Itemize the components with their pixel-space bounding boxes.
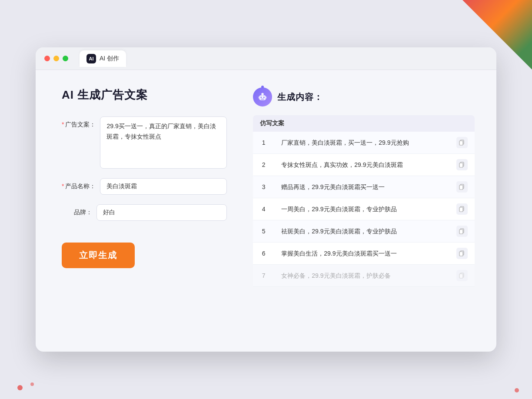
page-title: AI 生成广告文案: [62, 87, 227, 103]
copy-button[interactable]: [456, 248, 468, 259]
row-number: 2: [253, 154, 274, 176]
row-text: 专抹女性斑点，真实功效，29.9元美白淡斑霜: [274, 154, 449, 176]
table-row: 3 赠品再送，29.9元美白淡斑霜买一送一: [253, 176, 475, 198]
brand-row: 品牌：: [62, 204, 227, 221]
tab-icon-text: AI: [89, 56, 94, 61]
copy-icon-cell: [449, 176, 475, 198]
svg-point-3: [263, 97, 265, 98]
svg-rect-8: [459, 141, 463, 145]
copy-button[interactable]: [456, 203, 468, 215]
right-panel: 生成内容： 仿写文案 1 厂家直销，美白淡斑霜，买一送一，29.9元抢购: [253, 87, 475, 334]
copy-button[interactable]: [456, 226, 468, 237]
decorative-dot-1: [17, 385, 23, 390]
row-number: 1: [253, 132, 274, 154]
product-name-label: *产品名称：: [62, 178, 100, 190]
ad-copy-row: *广告文案： 29.9买一送一，真正的厂家直销，美白淡斑霜，专抹女性斑点: [62, 116, 227, 169]
decorative-dot-3: [515, 388, 519, 392]
copy-button[interactable]: [456, 137, 468, 148]
title-bar: AI AI 创作: [36, 47, 496, 70]
row-text: 赠品再送，29.9元美白淡斑霜买一送一: [274, 176, 449, 198]
row-number: 3: [253, 176, 274, 198]
ad-copy-label: *广告文案：: [62, 116, 100, 129]
required-star-product: *: [62, 183, 64, 190]
right-header: 生成内容：: [253, 87, 475, 106]
table-header: 仿写文案: [253, 115, 475, 132]
row-number: 7: [253, 265, 274, 287]
right-title: 生成内容：: [277, 91, 323, 103]
generate-button[interactable]: 立即生成: [62, 243, 135, 268]
svg-rect-1: [259, 95, 266, 100]
minimize-button[interactable]: [53, 56, 59, 61]
browser-window: AI AI 创作 AI 生成广告文案 *广告文案： 29.9买一送一，真正的厂家…: [36, 47, 496, 352]
results-table: 仿写文案 1 厂家直销，美白淡斑霜，买一送一，29.9元抢购 2 专抹女性斑点，…: [253, 115, 475, 287]
left-panel: AI 生成广告文案 *广告文案： 29.9买一送一，真正的厂家直销，美白淡斑霜，…: [62, 87, 227, 334]
svg-point-0: [261, 93, 264, 96]
window-controls: [44, 56, 68, 61]
table-row: 1 厂家直销，美白淡斑霜，买一送一，29.9元抢购: [253, 132, 475, 154]
table-row: 6 掌握美白生活，29.9元美白淡斑霜买一送一: [253, 243, 475, 265]
svg-rect-20: [459, 274, 463, 278]
robot-icon: [253, 87, 272, 106]
table-row: 7 女神必备，29.9元美白淡斑霜，护肤必备: [253, 265, 475, 287]
maximize-button[interactable]: [63, 56, 68, 61]
svg-rect-16: [459, 229, 463, 234]
row-text: 祛斑美白，29.9元美白淡斑霜，专业护肤品: [274, 220, 449, 243]
product-name-input[interactable]: [100, 178, 227, 195]
brand-input[interactable]: [96, 204, 227, 221]
row-text: 厂家直销，美白淡斑霜，买一送一，29.9元抢购: [274, 132, 449, 154]
browser-tab[interactable]: AI AI 创作: [80, 50, 126, 67]
svg-rect-5: [259, 96, 259, 99]
brand-label: 品牌：: [62, 204, 96, 216]
product-name-row: *产品名称：: [62, 178, 227, 195]
main-content: AI 生成广告文案 *广告文案： 29.9买一送一，真正的厂家直销，美白淡斑霜，…: [36, 70, 496, 352]
close-button[interactable]: [44, 56, 50, 61]
row-number: 4: [253, 198, 274, 220]
copy-icon-cell: [449, 220, 475, 243]
copy-icon-cell: [449, 198, 475, 220]
copy-icon-cell: [449, 265, 475, 287]
svg-rect-4: [261, 99, 264, 99]
copy-icon-cell: [449, 132, 475, 154]
table-row: 4 一周美白，29.9元美白淡斑霜，专业护肤品: [253, 198, 475, 220]
table-row: 5 祛斑美白，29.9元美白淡斑霜，专业护肤品: [253, 220, 475, 243]
svg-rect-12: [459, 185, 463, 190]
ad-copy-input[interactable]: 29.9买一送一，真正的厂家直销，美白淡斑霜，专抹女性斑点: [100, 116, 227, 169]
robot-svg: [257, 91, 268, 103]
tab-title: AI 创作: [100, 55, 119, 63]
decorative-dot-2: [30, 382, 34, 386]
row-text: 一周美白，29.9元美白淡斑霜，专业护肤品: [274, 198, 449, 220]
copy-button[interactable]: [456, 181, 468, 193]
svg-point-2: [260, 97, 262, 98]
copy-button[interactable]: [456, 270, 468, 281]
copy-button[interactable]: [456, 159, 468, 170]
svg-rect-14: [459, 207, 463, 212]
tab-icon: AI: [86, 54, 96, 63]
table-row: 2 专抹女性斑点，真实功效，29.9元美白淡斑霜: [253, 154, 475, 176]
copy-icon-cell: [449, 154, 475, 176]
svg-rect-10: [459, 163, 463, 167]
required-star-ad: *: [62, 121, 64, 128]
svg-rect-18: [459, 252, 463, 256]
row-text: 掌握美白生活，29.9元美白淡斑霜买一送一: [274, 243, 449, 265]
copy-icon-cell: [449, 243, 475, 265]
row-number: 5: [253, 220, 274, 243]
row-number: 6: [253, 243, 274, 265]
svg-rect-6: [266, 96, 266, 99]
row-text: 女神必备，29.9元美白淡斑霜，护肤必备: [274, 265, 449, 287]
